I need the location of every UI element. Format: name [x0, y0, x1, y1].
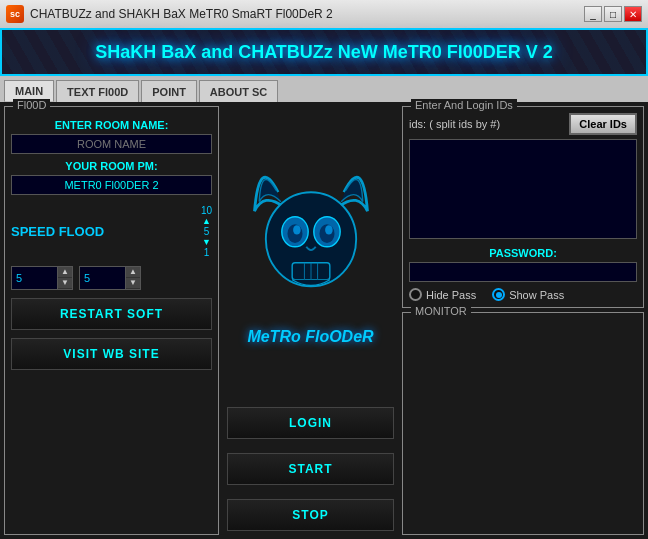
window-title: CHATBUZz and SHAKH BaX MeTR0 SmaRT Fl00D… — [30, 7, 333, 21]
app-icon: sc — [6, 5, 24, 23]
restart-soft-button[interactable]: RESTART SOFT — [11, 298, 212, 330]
minimize-button[interactable]: _ — [584, 6, 602, 22]
spinner2-down[interactable]: ▼ — [126, 278, 140, 289]
hide-pass-label: Hide Pass — [426, 289, 476, 301]
header-text: SHaKH BaX and CHATBUZz NeW MeTR0 Fl00DER… — [95, 42, 553, 63]
metro-flooder-text: MeTRo FloODeR — [247, 328, 373, 346]
arrow-up-icon: ▲ — [202, 216, 211, 226]
tab-textflood[interactable]: TEXT Fl00D — [56, 80, 139, 102]
spinner1-wrap: ▲ ▼ — [11, 266, 73, 290]
start-button[interactable]: START — [227, 453, 394, 485]
enter-room-label: ENTER ROOM NAME: — [11, 119, 212, 131]
ids-hint: ids: ( split ids by #) — [409, 118, 500, 130]
spinner2-arrows: ▲ ▼ — [125, 267, 140, 289]
password-input[interactable] — [409, 262, 637, 282]
room-name-input[interactable] — [11, 134, 212, 154]
spinner2-up[interactable]: ▲ — [126, 267, 140, 278]
show-pass-label: Show Pass — [509, 289, 564, 301]
title-bar: sc CHATBUZz and SHAKH BaX MeTR0 SmaRT Fl… — [0, 0, 648, 28]
monitor-panel: MONITOR — [402, 312, 644, 535]
flood-panel: Fl00D ENTER ROOM NAME: YOUR ROOM PM: SPE… — [4, 106, 219, 535]
monitor-label: MONITOR — [411, 305, 471, 317]
flood-panel-label: Fl00D — [13, 99, 50, 111]
room-pm-input[interactable] — [11, 175, 212, 195]
speed-flood-label: SPEED FLOOD — [11, 224, 195, 239]
show-pass-radio[interactable] — [492, 288, 505, 301]
radio-row: Hide Pass Show Pass — [409, 288, 637, 301]
center-panel: MeTRo FloODeR LOGIN START STOP — [223, 106, 398, 535]
tabs-bar: MAIN TEXT Fl00D POINT ABOUT SC — [0, 76, 648, 102]
spinners-row: ▲ ▼ ▲ ▼ — [11, 266, 212, 290]
show-pass-option[interactable]: Show Pass — [492, 288, 564, 301]
center-buttons: LOGIN START STOP — [227, 399, 394, 531]
speed-numbers: 10 ▲ 5 ▼ 1 — [201, 205, 212, 258]
hide-pass-option[interactable]: Hide Pass — [409, 288, 476, 301]
close-button[interactable]: ✕ — [624, 6, 642, 22]
ids-textarea[interactable] — [409, 139, 637, 239]
maximize-button[interactable]: □ — [604, 6, 622, 22]
password-section: PASSWORD: Hide Pass Show Pass — [409, 247, 637, 301]
title-controls: _ □ ✕ — [584, 6, 642, 22]
spinner1-up[interactable]: ▲ — [58, 267, 72, 278]
skull-image — [246, 164, 376, 324]
visit-wb-site-button[interactable]: VISIT WB SITE — [11, 338, 212, 370]
tab-point[interactable]: POINT — [141, 80, 197, 102]
spinner1-input[interactable] — [12, 270, 57, 286]
stop-button[interactable]: STOP — [227, 499, 394, 531]
main-content: Fl00D ENTER ROOM NAME: YOUR ROOM PM: SPE… — [0, 102, 648, 539]
password-label: PASSWORD: — [409, 247, 637, 259]
ids-top-row: ids: ( split ids by #) Clear IDs — [409, 113, 637, 135]
spinner1-down[interactable]: ▼ — [58, 278, 72, 289]
skull-area: MeTRo FloODeR — [246, 110, 376, 399]
spinner2-input[interactable] — [80, 270, 125, 286]
svg-point-6 — [325, 225, 333, 234]
arrow-down-icon: ▼ — [202, 237, 211, 247]
login-button[interactable]: LOGIN — [227, 407, 394, 439]
spinner1-arrows: ▲ ▼ — [57, 267, 72, 289]
title-bar-left: sc CHATBUZz and SHAKH BaX MeTR0 SmaRT Fl… — [6, 5, 333, 23]
ids-panel-label: Enter And Login IDs — [411, 99, 517, 111]
ids-panel: Enter And Login IDs ids: ( split ids by … — [402, 106, 644, 308]
tab-aboutsc[interactable]: ABOUT SC — [199, 80, 278, 102]
svg-point-5 — [293, 225, 301, 234]
clear-ids-button[interactable]: Clear IDs — [569, 113, 637, 135]
hide-pass-radio[interactable] — [409, 288, 422, 301]
room-pm-label: YOUR ROOM PM: — [11, 160, 212, 172]
header-banner: SHaKH BaX and CHATBUZz NeW MeTR0 Fl00DER… — [0, 28, 648, 76]
spinner2-wrap: ▲ ▼ — [79, 266, 141, 290]
right-panel: Enter And Login IDs ids: ( split ids by … — [402, 106, 644, 535]
